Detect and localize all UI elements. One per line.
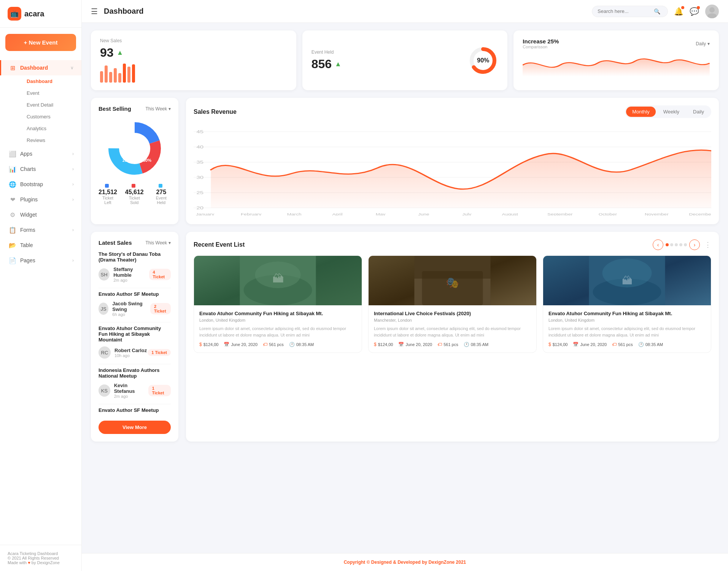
best-selling-header: Best Selling This Week ▾	[99, 105, 171, 112]
bar-2	[105, 65, 108, 83]
bar-8	[132, 64, 135, 83]
best-selling-week[interactable]: This Week ▾	[146, 106, 171, 112]
svg-text:30%: 30%	[143, 158, 151, 163]
apps-arrow: ›	[72, 151, 74, 156]
time-icon-2: 🕐	[464, 342, 469, 347]
daily-dropdown[interactable]: Daily ▾	[696, 41, 710, 46]
svg-text:December: December	[689, 212, 711, 215]
footer-copy: © 2021 All Rights Reserved	[8, 556, 74, 560]
sidebar-item-plugins[interactable]: ❤ Plugins ›	[0, 192, 81, 207]
recent-events-card: Recent Event List ‹ › ⋮	[186, 232, 719, 442]
topbar: ☰ Dashboard 🔍 🔔 💬	[82, 0, 728, 23]
sale-user-row-3: RC Robert Carloz 10h ago 1 Ticket	[99, 346, 171, 359]
event-desc-3: Lorem ipsum dolor sit amet, consectetur …	[548, 325, 706, 338]
price-icon-1: $	[199, 342, 202, 347]
bar-4	[114, 68, 117, 83]
sale-user-info-4: KS Kevin Stefanus 2m ago	[99, 383, 148, 399]
tab-weekly[interactable]: Weekly	[657, 107, 685, 117]
tab-daily[interactable]: Daily	[687, 107, 710, 117]
menu-icon[interactable]: ☰	[91, 7, 98, 16]
event-meta-2: $ $124,00 📅 June 20, 2020 🏷	[374, 342, 531, 347]
new-sales-label: New Sales	[100, 38, 287, 43]
dot-2[interactable]	[670, 243, 673, 246]
svg-text:October: October	[599, 212, 617, 215]
date-icon-1: 📅	[224, 342, 229, 347]
ticket-sold-value: 45,612	[125, 189, 144, 196]
sub-nav-dashboard[interactable]: Dashboard	[19, 75, 81, 87]
sub-nav-customers[interactable]: Customers	[19, 111, 81, 123]
increase-title: Increase 25%	[523, 38, 696, 45]
notifications-button[interactable]: 🔔	[674, 7, 683, 16]
sidebar-item-table[interactable]: 📂 Table	[0, 238, 81, 253]
message-badge	[697, 6, 700, 9]
pcs-icon-3: 🏷	[612, 342, 617, 347]
latest-sales-week[interactable]: This Week ▾	[146, 240, 171, 246]
event-time-2: 🕐 08:35 AM	[464, 342, 488, 347]
wave-chart	[523, 54, 710, 77]
recent-events-header: Recent Event List ‹ › ⋮	[194, 239, 711, 250]
sidebar-nav: ⊞ Dashboard ∨ Dashboard Event Event Deta…	[0, 57, 81, 545]
date-icon-2: 📅	[398, 342, 404, 347]
event-held-label: Event Held	[312, 49, 461, 55]
event-held-value: 856 ▲	[312, 57, 461, 71]
revenue-header: Sales Revenue Monthly Weekly Daily	[194, 105, 711, 118]
new-event-button[interactable]: + New Event	[5, 34, 76, 51]
sidebar-item-apps[interactable]: ⬜ Apps ›	[0, 146, 81, 161]
svg-text:25%: 25%	[122, 158, 131, 163]
topbar-icons: 🔔 💬	[674, 5, 719, 18]
sidebar-table-label: Table	[20, 242, 74, 248]
dashboard-subnav: Dashboard Event Event Detail Customers A…	[0, 75, 81, 146]
dot-4[interactable]	[679, 243, 682, 246]
sidebar-item-dashboard[interactable]: ⊞ Dashboard ∨	[0, 60, 81, 75]
tab-monthly[interactable]: Monthly	[626, 107, 656, 117]
heart-icon: ♥	[28, 560, 30, 565]
event-date-2: 📅 June 20, 2020	[398, 342, 432, 347]
sale-user-name-1: Steffany Humble	[113, 266, 149, 278]
dot-3[interactable]	[675, 243, 678, 246]
event-date-3: 📅 June 20, 2020	[573, 342, 607, 347]
sub-nav-event-detail[interactable]: Event Detail	[19, 99, 81, 111]
time-icon-1: 🕐	[289, 342, 295, 347]
view-more-button[interactable]: View More	[99, 421, 171, 434]
dot-1[interactable]	[666, 243, 669, 246]
cyan-dot	[159, 184, 162, 188]
sidebar-apps-label: Apps	[20, 151, 68, 157]
sidebar-item-bootstrap[interactable]: 🌐 Bootstrap ›	[0, 177, 81, 192]
event-desc-2: Lorem ipsum dolor sit amet, consectetur …	[374, 325, 531, 338]
footer-made: Made with ♥ by DexignZone	[8, 560, 74, 565]
carousel-next[interactable]: ›	[689, 239, 700, 250]
carousel-more-icon[interactable]: ⋮	[704, 241, 711, 249]
sale-user-info-3: RC Robert Carloz 10h ago	[99, 346, 147, 359]
bar-1	[100, 71, 103, 83]
event-price-1: $ $124,00	[199, 342, 218, 347]
donut-stat-left: 21,512 Ticket Left	[99, 183, 117, 205]
user-avatar[interactable]	[705, 5, 719, 18]
sub-nav-event[interactable]: Event	[19, 87, 81, 99]
sidebar-item-widget[interactable]: ⚙ Widget	[0, 207, 81, 222]
new-sales-arrow: ▲	[117, 49, 124, 57]
sidebar-item-pages[interactable]: 📄 Pages ›	[0, 253, 81, 268]
sub-nav-reviews[interactable]: Reviews	[19, 134, 81, 146]
event-price-2: $ $124,00	[374, 342, 393, 347]
svg-text:🏔: 🏔	[622, 275, 633, 287]
svg-text:25: 25	[197, 190, 204, 195]
forms-icon: 📋	[9, 226, 16, 234]
sale-time-4: 2m ago	[114, 394, 148, 399]
event-body-3: Envato Atuhor Community Fun Hiking at Si…	[543, 305, 711, 352]
search-icon[interactable]: 🔍	[654, 8, 660, 14]
svg-text:February: February	[241, 212, 262, 215]
svg-point-0	[709, 7, 715, 13]
svg-text:45%: 45%	[128, 134, 136, 139]
sidebar-item-forms[interactable]: 📋 Forms ›	[0, 222, 81, 238]
messages-button[interactable]: 💬	[690, 7, 699, 16]
sub-nav-analytics[interactable]: Analytics	[19, 123, 81, 134]
dot-5[interactable]	[684, 243, 687, 246]
search-input[interactable]	[598, 8, 651, 14]
footer-brand: Acara Ticketing Dashboard	[8, 551, 74, 556]
carousel-prev[interactable]: ‹	[653, 239, 663, 250]
sidebar-forms-label: Forms	[20, 227, 68, 233]
price-icon-2: $	[374, 342, 377, 347]
sidebar: 📺 acara + New Event ⊞ Dashboard ∨ Dashbo…	[0, 0, 82, 571]
sale-user-name-2: Jacob Swing Swing	[112, 301, 150, 312]
sidebar-item-charts[interactable]: 📊 Charts ›	[0, 161, 81, 177]
